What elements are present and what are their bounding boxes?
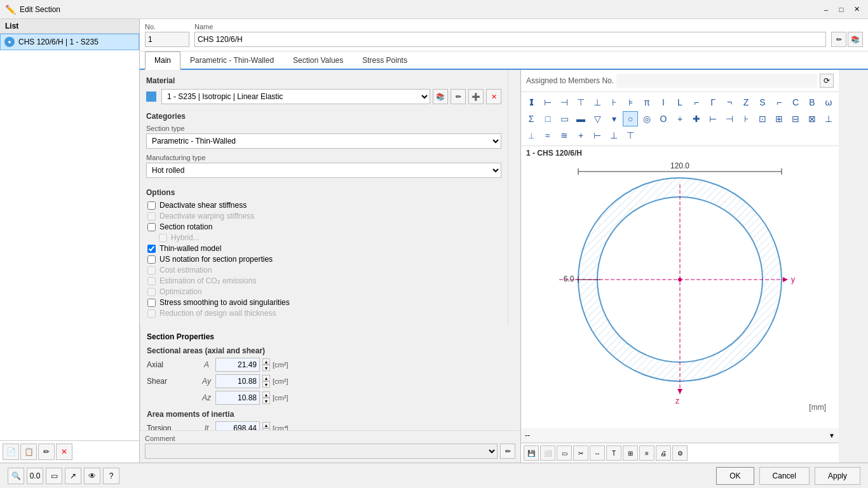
mat-del-btn[interactable]: ✕: [486, 89, 501, 104]
sec-icon-misc7[interactable]: ⊠: [804, 111, 820, 126]
no-input[interactable]: [145, 32, 189, 47]
sec-icon-sigma[interactable]: Σ: [524, 111, 539, 126]
nav-arrow-btn[interactable]: ↗: [65, 468, 81, 484]
sec-icon-misc14[interactable]: ⊥: [606, 128, 621, 143]
copy-btn[interactable]: 📋: [20, 444, 37, 460]
sec-icon-T3[interactable]: ⊦: [606, 95, 621, 110]
sec-icon-circ[interactable]: ○: [623, 111, 638, 126]
sec-icon-misc3[interactable]: ⊦: [738, 111, 754, 126]
draw-print-btn[interactable]: 🖨: [656, 445, 671, 461]
sec-icon-misc1[interactable]: ⊢: [705, 111, 721, 126]
option-deactivate-shear[interactable]: Deactivate shear stiffness: [146, 201, 501, 210]
sec-icon-misc11[interactable]: ≋: [557, 128, 572, 143]
name-input[interactable]: [194, 32, 826, 47]
sec-icon-Z1[interactable]: Z: [738, 95, 754, 110]
sec-icon-misc12[interactable]: +: [573, 128, 588, 143]
option-section-rotation[interactable]: Section rotation: [146, 222, 501, 231]
sec-icon-misc9[interactable]: ⟂: [524, 128, 539, 143]
sec-icon-rect2[interactable]: ▭: [557, 111, 572, 126]
delete-btn[interactable]: ✕: [56, 444, 72, 460]
sec-icon-rect3[interactable]: ▬: [573, 111, 588, 126]
sec-icon-omega[interactable]: ω: [821, 95, 836, 110]
comment-edit-btn[interactable]: ✏: [500, 444, 515, 459]
option-stress-smoothing[interactable]: Stress smoothing to avoid singularities: [146, 298, 501, 307]
status-dropdown[interactable]: -- ▼: [521, 428, 839, 443]
sec-icon-L3[interactable]: Γ: [705, 95, 721, 110]
tab-main[interactable]: Main: [145, 51, 180, 70]
edit-btn[interactable]: ✏: [831, 32, 846, 47]
sec-icon-misc6[interactable]: ⊟: [788, 111, 803, 126]
comment-input[interactable]: [145, 444, 498, 459]
tab-parametric[interactable]: Parametric - Thin-Walled: [180, 51, 283, 69]
nav-help-btn[interactable]: ?: [103, 468, 119, 484]
draw-cut-btn[interactable]: ✂: [573, 445, 588, 461]
minimize-btn[interactable]: –: [820, 3, 832, 16]
torsion-input[interactable]: [215, 421, 260, 430]
nav-num-btn[interactable]: 0.0: [27, 468, 43, 484]
assigned-input[interactable]: [616, 74, 817, 88]
sec-icon-cross2[interactable]: ✚: [689, 111, 704, 126]
apply-button[interactable]: Apply: [815, 467, 860, 485]
sec-icon-B[interactable]: B: [804, 95, 820, 110]
sec-icon-L1[interactable]: L: [672, 95, 688, 110]
new-btn[interactable]: 📄: [3, 444, 19, 460]
nav-eye-btn[interactable]: 👁: [84, 468, 100, 484]
sec-icon-O[interactable]: O: [656, 111, 671, 126]
draw-list-btn[interactable]: ≡: [639, 445, 654, 461]
sec-icon-misc8[interactable]: ⊥: [821, 111, 836, 126]
cancel-button[interactable]: Cancel: [759, 467, 810, 485]
sec-icon-I1[interactable]: 𝗜: [524, 95, 539, 110]
sec-icon-misc13[interactable]: ⊢: [590, 128, 605, 143]
tab-stress-points[interactable]: Stress Points: [353, 51, 417, 69]
draw-frame-btn[interactable]: ⬜: [540, 445, 555, 461]
mat-add-btn[interactable]: ➕: [468, 89, 484, 104]
nav-select-btn[interactable]: ▭: [46, 468, 62, 484]
sec-icon-L2[interactable]: ⌐: [689, 95, 704, 110]
list-item[interactable]: ● CHS 120/6/H | 1 - S235: [0, 34, 139, 50]
maximize-btn[interactable]: □: [835, 3, 848, 16]
shear-z-input[interactable]: [215, 391, 260, 405]
sec-icon-C1[interactable]: ⌐: [771, 95, 787, 110]
sec-icon-misc2[interactable]: ⊣: [722, 111, 737, 126]
sec-icon-TT[interactable]: π: [639, 95, 654, 110]
sec-icon-L4[interactable]: ¬: [722, 95, 737, 110]
sec-icon-H1[interactable]: I: [656, 95, 671, 110]
sec-icon-tri2[interactable]: ▾: [606, 111, 621, 126]
mat-lib-btn[interactable]: 📚: [433, 89, 448, 104]
sec-icon-rect[interactable]: □: [540, 111, 555, 126]
sec-icon-misc10[interactable]: ≈: [540, 128, 555, 143]
sec-icon-misc15[interactable]: ⊤: [623, 128, 638, 143]
sec-icon-Z2[interactable]: S: [755, 95, 770, 110]
rename-btn[interactable]: ✏: [38, 444, 55, 460]
mat-edit-btn[interactable]: ✏: [451, 89, 466, 104]
option-thin-walled[interactable]: Thin-walled model: [146, 244, 501, 253]
axial-input[interactable]: [215, 358, 260, 372]
sec-icon-I3[interactable]: ⊣: [557, 95, 572, 110]
book-btn[interactable]: 📚: [848, 32, 863, 47]
shear-y-input[interactable]: [215, 374, 260, 388]
assigned-btn[interactable]: ⟳: [820, 74, 834, 88]
draw-text-btn[interactable]: T: [606, 445, 621, 461]
material-select[interactable]: 1 - S235 | Isotropic | Linear Elastic: [161, 89, 430, 104]
manufacturing-select[interactable]: Hot rolled: [146, 163, 501, 178]
sec-icon-plus[interactable]: +: [672, 111, 688, 126]
draw-settings-btn[interactable]: ⚙: [672, 445, 688, 461]
ok-button[interactable]: OK: [716, 467, 754, 485]
sec-icon-T1[interactable]: ⊤: [573, 95, 588, 110]
option-us-notation[interactable]: US notation for section properties: [146, 255, 501, 264]
sec-icon-circ2[interactable]: ◎: [639, 111, 654, 126]
sec-icon-C2[interactable]: C: [788, 95, 803, 110]
draw-dim-btn[interactable]: ↔: [590, 445, 605, 461]
sec-icon-I2[interactable]: ⊢: [540, 95, 555, 110]
nav-search-btn[interactable]: 🔍: [8, 468, 24, 484]
draw-table-btn[interactable]: ⊞: [623, 445, 638, 461]
tab-section-values[interactable]: Section Values: [283, 51, 353, 69]
close-btn[interactable]: ✕: [850, 3, 863, 16]
sec-icon-tri1[interactable]: ▽: [590, 111, 605, 126]
draw-rect-btn[interactable]: ▭: [557, 445, 572, 461]
draw-save-btn[interactable]: 💾: [524, 445, 539, 461]
sec-icon-T2[interactable]: ⊥: [590, 95, 605, 110]
sec-icon-misc4[interactable]: ⊡: [755, 111, 770, 126]
sec-icon-misc5[interactable]: ⊞: [771, 111, 787, 126]
sec-icon-T4[interactable]: ⊧: [623, 95, 638, 110]
